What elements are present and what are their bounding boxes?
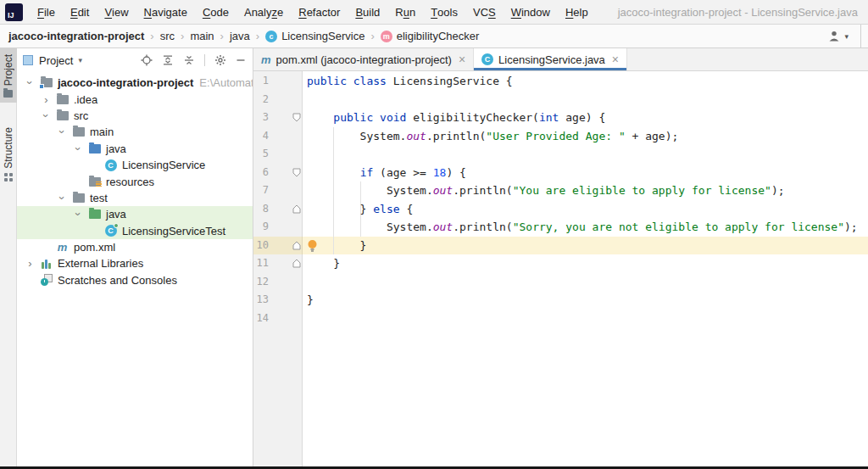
tree-item-src[interactable]: ›src — [17, 108, 253, 124]
breadcrumb-label: LicensingService — [281, 30, 364, 42]
code-line[interactable] — [303, 273, 868, 292]
expand-all-icon[interactable] — [162, 54, 174, 66]
folder-icon — [57, 111, 69, 120]
chevron-down-icon[interactable]: › — [73, 213, 84, 216]
ide-logo-icon[interactable]: IJ — [5, 3, 23, 21]
menu-item-file[interactable]: File — [30, 0, 63, 24]
code-editor[interactable]: 1234567891011121314 public class Licensi… — [253, 71, 868, 466]
code-line[interactable] — [303, 91, 868, 109]
code-line[interactable]: System.out.println("You are eligible to … — [303, 181, 868, 200]
tool-stripe-project[interactable]: Project — [0, 48, 17, 103]
collapse-all-icon[interactable] — [183, 54, 195, 66]
settings-gear-icon[interactable] — [214, 54, 226, 66]
fold-end-icon[interactable] — [292, 259, 301, 268]
folder-project-icon — [41, 78, 53, 87]
menu-item-code[interactable]: Code — [195, 0, 236, 24]
code-line[interactable]: public class LicensingService { — [303, 72, 868, 91]
line-number[interactable]: 13 — [253, 291, 303, 310]
menu-item-edit[interactable]: Edit — [63, 0, 97, 24]
icon-slot — [86, 177, 103, 187]
tree-item-external-libraries[interactable]: ›External Libraries — [17, 255, 253, 271]
tree-item-licensingservice[interactable]: CLicensingService — [17, 157, 253, 173]
tool-window-icon — [23, 55, 33, 65]
breadcrumb: jacoco-integration-project›src›main›java… — [8, 30, 479, 42]
fold-end-icon[interactable] — [292, 241, 301, 250]
line-number[interactable]: 9 — [253, 218, 303, 237]
editor-tab-pom-xml[interactable]: mpom.xml (jacoco-integration-project)× — [253, 48, 474, 70]
breadcrumb-item[interactable]: jacoco-integration-project — [8, 30, 144, 42]
intention-bulb-icon[interactable] — [307, 239, 318, 253]
breadcrumb-item[interactable]: meligibilityChecker — [381, 30, 480, 42]
breadcrumb-item[interactable]: cLicensingService — [265, 30, 364, 42]
tree-item-scratches-and-consoles[interactable]: Scratches and Consoles — [17, 272, 253, 288]
tree-item-java[interactable]: ›java — [17, 206, 253, 222]
menu-item-window[interactable]: Window — [504, 0, 558, 24]
breadcrumb-item[interactable]: src — [160, 30, 175, 42]
class-icon: c — [265, 31, 277, 42]
chevron-down-icon[interactable]: › — [57, 131, 68, 134]
line-number[interactable]: 1 — [253, 72, 303, 91]
tree-item-java[interactable]: ›java — [17, 141, 253, 157]
hide-panel-icon[interactable] — [236, 55, 246, 65]
chevron-down-icon[interactable]: › — [57, 196, 68, 199]
tree-item-main[interactable]: ›main — [17, 124, 253, 140]
chevron-right-icon[interactable]: › — [28, 258, 31, 269]
tree-item-pom-xml[interactable]: mpom.xml — [17, 239, 253, 255]
line-number[interactable]: 12 — [253, 273, 303, 292]
tree-item-licensingservicetest[interactable]: CLicensingServiceTest — [17, 223, 253, 239]
chevron-down-icon[interactable]: › — [25, 81, 36, 85]
menu-item-view[interactable]: View — [97, 0, 136, 24]
fold-collapse-icon[interactable] — [292, 113, 301, 122]
menu-item-tools[interactable]: Tools — [423, 0, 465, 24]
editor-tab-licensingservice-java[interactable]: CLicensingService.java× — [474, 48, 627, 70]
close-icon[interactable]: × — [612, 53, 619, 65]
locate-file-icon[interactable] — [141, 54, 153, 66]
chevron-down-icon[interactable]: › — [73, 147, 84, 150]
code-line[interactable]: } — [303, 254, 868, 273]
fold-end-icon[interactable] — [292, 204, 301, 214]
menu-item-help[interactable]: Help — [558, 0, 596, 24]
line-number[interactable]: 2 — [253, 91, 303, 109]
menu-item-refactor[interactable]: Refactor — [291, 0, 348, 24]
chevron-down-icon[interactable]: › — [41, 114, 52, 117]
user-dropdown-caret-icon[interactable]: ▾ — [844, 32, 849, 41]
user-profile-icon[interactable] — [827, 30, 841, 42]
menu-item-vcs[interactable]: VCS — [465, 0, 504, 24]
code-line[interactable] — [303, 310, 868, 328]
breadcrumb-label: eligibilityChecker — [397, 30, 480, 42]
editor-gutter[interactable]: 1234567891011121314 — [253, 72, 303, 327]
tree-item-resources[interactable]: resources — [17, 173, 253, 189]
line-number[interactable]: 4 — [253, 127, 303, 146]
code-line[interactable]: } — [303, 291, 868, 310]
code-line[interactable]: System.out.println("Sorry, you are not e… — [303, 218, 868, 237]
breadcrumb-item[interactable]: java — [230, 30, 250, 42]
project-badge-icon — [39, 84, 44, 89]
breadcrumb-item[interactable]: main — [190, 30, 214, 42]
menu-item-build[interactable]: Build — [348, 0, 387, 24]
line-number[interactable]: 5 — [253, 145, 303, 164]
line-number[interactable]: 14 — [253, 310, 303, 328]
close-icon[interactable]: × — [459, 53, 465, 65]
menu-item-run[interactable]: Run — [387, 0, 423, 24]
code-line[interactable]: } — [303, 237, 868, 255]
menu-item-analyze[interactable]: Analyze — [236, 0, 291, 24]
fold-collapse-icon[interactable] — [292, 168, 301, 177]
code-segment: out — [406, 130, 426, 142]
tool-stripe-structure[interactable]: Structure — [0, 121, 17, 187]
tree-item-test[interactable]: ›test — [17, 190, 253, 206]
chevron-right-icon[interactable]: › — [44, 94, 47, 105]
code-line[interactable]: System.out.println("User Provided Age: "… — [303, 127, 868, 146]
navigation-bar: jacoco-integration-project›src›main›java… — [0, 25, 868, 48]
icon-slot — [38, 274, 54, 286]
tree-item-jacoco-integration-project[interactable]: ›jacoco-integration-projectE:\Automation… — [17, 75, 253, 91]
code-line[interactable]: if (age >= 18) { — [303, 164, 868, 182]
code-line[interactable]: public void eligibilityChecker(int age) … — [303, 109, 868, 127]
code-line[interactable]: } else { — [303, 200, 868, 219]
code-segment: out — [433, 184, 453, 197]
code-segment: { — [400, 203, 414, 215]
tree-item--idea[interactable]: ›.idea — [17, 91, 253, 107]
line-number[interactable]: 7 — [253, 181, 303, 200]
code-line[interactable] — [303, 145, 868, 164]
menu-item-navigate[interactable]: Navigate — [136, 0, 195, 24]
project-view-dropdown-icon[interactable]: ▾ — [78, 56, 82, 64]
